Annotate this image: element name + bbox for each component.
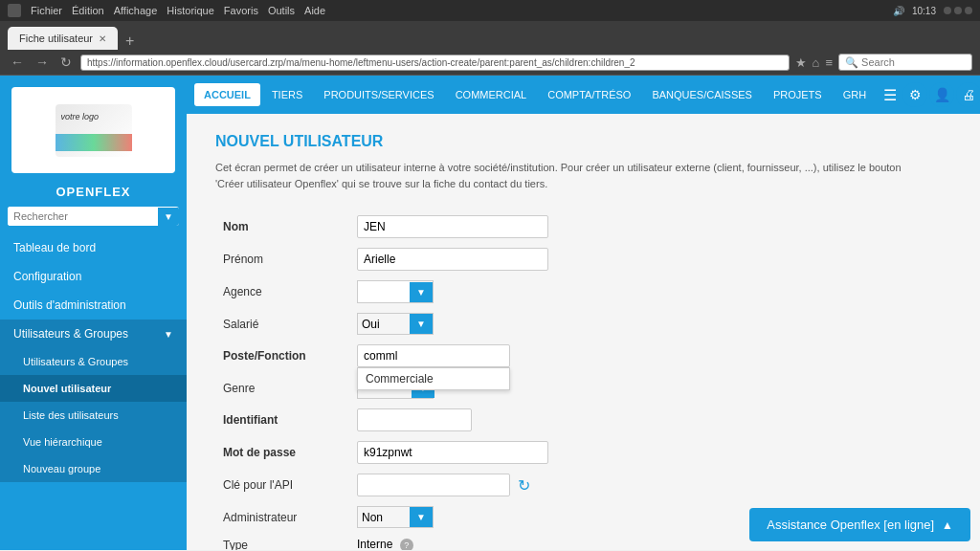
os-time: 10:13 bbox=[912, 6, 936, 16]
home-icon[interactable]: ⌂ bbox=[813, 55, 820, 70]
type-help-icon[interactable]: ? bbox=[400, 539, 413, 550]
os-bar: Fichier Édition Affichage Historique Fav… bbox=[0, 0, 980, 21]
sidebar-item-users-group[interactable]: Utilisateurs & Groupes ▼ bbox=[0, 320, 187, 348]
sidebar-label-dashboard: Tableau de bord bbox=[13, 241, 96, 254]
input-agence[interactable] bbox=[358, 281, 410, 302]
os-dot-2 bbox=[954, 7, 962, 14]
poste-wrap: Commerciale bbox=[357, 344, 979, 367]
form-row-agence: Agence ▼ bbox=[215, 276, 980, 308]
sidebar-search-dropdown[interactable]: ▼ bbox=[158, 208, 179, 226]
user-btn[interactable]: 👤 bbox=[929, 82, 954, 107]
print-btn[interactable]: 🖨 bbox=[956, 82, 980, 107]
field-nom bbox=[349, 210, 980, 243]
label-apikey: Clé pour l'API bbox=[215, 469, 349, 501]
logo-text: votre logo bbox=[61, 112, 100, 121]
company-name: OPENFLEX bbox=[0, 185, 187, 199]
sidebar-label-users-group: Utilisateurs & Groupes bbox=[13, 327, 128, 341]
browser-search-input[interactable] bbox=[838, 54, 972, 71]
os-menu-help[interactable]: Aide bbox=[304, 5, 325, 16]
sidebar-search-area: ▼ bbox=[8, 207, 179, 226]
sidebar-item-dashboard[interactable]: Tableau de bord bbox=[0, 233, 187, 262]
address-bar[interactable]: https://information.openflex.cloud/userc… bbox=[80, 55, 790, 71]
os-menu-tools[interactable]: Outils bbox=[268, 5, 295, 16]
select-salarie[interactable]: Oui Non bbox=[358, 315, 410, 334]
label-type: Type bbox=[215, 533, 349, 550]
forward-btn[interactable]: → bbox=[33, 55, 52, 70]
sidebar-item-admin[interactable]: Outils d'administration bbox=[0, 291, 187, 320]
field-prenom bbox=[349, 243, 980, 276]
nav-commercial[interactable]: COMMERCIAL bbox=[446, 83, 537, 106]
label-poste: Poste/Fonction bbox=[215, 340, 349, 372]
field-identifiant bbox=[349, 404, 980, 436]
logo-color-bar bbox=[56, 134, 132, 151]
label-password: Mot de passe bbox=[215, 436, 349, 469]
os-dot-3 bbox=[965, 7, 972, 14]
agence-dropdown-btn[interactable]: ▼ bbox=[410, 282, 433, 302]
sidebar-item-users-sub[interactable]: Utilisateurs & Groupes bbox=[0, 348, 187, 375]
sidebar-item-config[interactable]: Configuration bbox=[0, 262, 187, 291]
admin-dropdown-btn[interactable]: ▼ bbox=[410, 507, 433, 527]
sidebar: votre logo OPENFLEX ▼ Tableau de bord Co… bbox=[0, 76, 187, 550]
sidebar-item-new-user[interactable]: Nouvel utilisateur bbox=[0, 375, 187, 402]
os-menu-history[interactable]: Historique bbox=[167, 5, 214, 16]
select-admin[interactable]: Non Oui bbox=[358, 508, 410, 527]
nav-tiers[interactable]: TIERS bbox=[262, 83, 312, 106]
form-row-identifiant: Identifiant bbox=[215, 404, 980, 436]
label-salarie: Salarié bbox=[215, 308, 349, 340]
settings-btn[interactable]: ⚙ bbox=[902, 82, 927, 107]
form-row-nom: Nom bbox=[215, 210, 980, 243]
reload-btn[interactable]: ↻ bbox=[57, 55, 75, 70]
nav-projets[interactable]: PROJETS bbox=[764, 83, 832, 106]
input-password[interactable] bbox=[357, 441, 548, 464]
sidebar-search-input[interactable] bbox=[8, 207, 158, 226]
agence-wrap: ▼ bbox=[357, 280, 434, 303]
salarie-dropdown-btn[interactable]: ▼ bbox=[410, 314, 433, 334]
main-content: NOUVEL UTILISATEUR Cet écran permet de c… bbox=[187, 114, 980, 550]
input-identifiant[interactable] bbox=[357, 408, 472, 431]
label-identifiant: Identifiant bbox=[215, 404, 349, 436]
input-prenom[interactable] bbox=[357, 248, 548, 271]
sidebar-label-hierarchy: Vue hiérarchique bbox=[23, 436, 102, 448]
tab-close-btn[interactable]: ✕ bbox=[99, 33, 106, 44]
browser-chrome: Fiche utilisateur ✕ + ← → ↻ https://info… bbox=[0, 21, 980, 76]
field-poste: Commerciale bbox=[349, 340, 980, 372]
sidebar-label-admin: Outils d'administration bbox=[13, 298, 126, 312]
app-container: votre logo OPENFLEX ▼ Tableau de bord Co… bbox=[0, 76, 980, 550]
nav-compta[interactable]: COMPTA/TRÉSO bbox=[538, 83, 640, 106]
apikey-refresh-btn[interactable]: ↻ bbox=[514, 476, 534, 495]
input-apikey[interactable] bbox=[357, 474, 510, 496]
sidebar-item-hierarchy[interactable]: Vue hiérarchique bbox=[0, 429, 187, 455]
apikey-wrap: ↻ bbox=[357, 474, 979, 496]
page-title: NOUVEL UTILISATEUR bbox=[215, 133, 980, 150]
sidebar-item-new-group[interactable]: Nouveau groupe bbox=[0, 455, 187, 482]
sidebar-label-new-user: Nouvel utilisateur bbox=[23, 383, 111, 394]
back-btn[interactable]: ← bbox=[8, 55, 27, 70]
os-menu-favorites[interactable]: Favoris bbox=[224, 5, 258, 16]
assistance-btn[interactable]: Assistance Openflex [en ligne] ▲ bbox=[749, 508, 970, 541]
logo-image: votre logo bbox=[56, 104, 132, 157]
input-nom[interactable] bbox=[357, 215, 548, 238]
address-text: https://information.openflex.cloud/userc… bbox=[87, 57, 635, 68]
poste-suggestion[interactable]: Commerciale bbox=[357, 367, 510, 390]
input-poste[interactable] bbox=[357, 344, 510, 367]
os-menu-edit[interactable]: Édition bbox=[72, 5, 104, 16]
new-tab-btn[interactable]: + bbox=[122, 33, 138, 50]
sidebar-label-user-list: Liste des utilisateurs bbox=[23, 409, 119, 421]
top-nav: ACCUEIL TIERS PRODUITS/SERVICES COMMERCI… bbox=[187, 76, 980, 114]
browser-tab[interactable]: Fiche utilisateur ✕ bbox=[8, 27, 118, 50]
nav-banques[interactable]: BANQUES/CAISSES bbox=[642, 83, 762, 106]
os-volume-icon: 🔊 bbox=[893, 6, 904, 16]
os-menu-file[interactable]: Fichier bbox=[31, 5, 62, 16]
logo-area: votre logo bbox=[11, 87, 175, 173]
assistance-chevron: ▲ bbox=[942, 518, 953, 532]
nav-accueil[interactable]: ACCUEIL bbox=[194, 83, 260, 106]
nav-grh[interactable]: GRH bbox=[834, 83, 876, 106]
menu-icon[interactable]: ≡ bbox=[825, 55, 833, 70]
type-value: Interne bbox=[357, 538, 392, 550]
hamburger-menu-btn[interactable]: ☰ bbox=[880, 82, 901, 108]
sidebar-item-user-list[interactable]: Liste des utilisateurs bbox=[0, 402, 187, 429]
bookmark-icon[interactable]: ★ bbox=[795, 55, 807, 70]
nav-produits[interactable]: PRODUITS/SERVICES bbox=[314, 83, 443, 106]
os-menu-view[interactable]: Affichage bbox=[114, 5, 158, 16]
sidebar-label-users-sub: Utilisateurs & Groupes bbox=[23, 356, 128, 367]
